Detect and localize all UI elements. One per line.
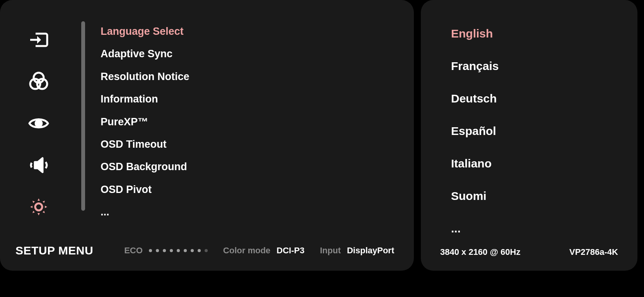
eco-dots	[149, 249, 208, 252]
menu-item-purexp[interactable]: PureXP™	[101, 116, 414, 128]
lang-italiano[interactable]: Italiano	[451, 157, 637, 170]
eco-dot	[205, 249, 208, 252]
input-value: DisplayPort	[347, 246, 394, 256]
lang-english[interactable]: English	[451, 27, 637, 40]
settings-icon[interactable]	[28, 196, 50, 218]
menu-item-resolution-notice[interactable]: Resolution Notice	[101, 70, 414, 83]
lang-deutsch[interactable]: Deutsch	[451, 92, 637, 105]
lang-more[interactable]: ...	[451, 222, 637, 235]
eco-dot	[163, 249, 166, 252]
lang-suomi[interactable]: Suomi	[451, 189, 637, 203]
menu-item-osd-background[interactable]: OSD Background	[101, 160, 414, 173]
main-footer: SETUP MENU ECO Color mode DCI-P3 Input D…	[0, 244, 414, 271]
lang-francais[interactable]: Français	[451, 60, 637, 73]
nav-icons	[0, 21, 77, 244]
eco-status: ECO	[124, 246, 208, 256]
eco-dot	[177, 249, 180, 252]
svg-point-4	[35, 203, 42, 210]
language-panel: English Français Deutsch Español Italian…	[421, 0, 637, 271]
menu-item-language-select[interactable]: Language Select	[101, 25, 414, 38]
svg-point-3	[36, 120, 42, 126]
color-mode-label: Color mode	[223, 246, 270, 256]
menu-item-osd-timeout[interactable]: OSD Timeout	[101, 138, 414, 150]
eco-dot	[191, 249, 194, 252]
eco-dot	[184, 249, 187, 252]
page-title: SETUP MENU	[15, 244, 93, 257]
view-mode-icon[interactable]	[28, 113, 50, 134]
resolution-status: 3840 x 2160 @ 60Hz	[440, 247, 520, 257]
input-status: Input DisplayPort	[320, 246, 394, 256]
setup-menu-list: Language Select Adaptive Sync Resolution…	[101, 21, 414, 244]
menu-scrollbar[interactable]	[81, 21, 85, 211]
audio-icon[interactable]	[28, 154, 50, 176]
color-mode-status: Color mode DCI-P3	[223, 246, 304, 256]
main-osd-panel: Language Select Adaptive Sync Resolution…	[0, 0, 414, 271]
menu-item-osd-pivot[interactable]: OSD Pivot	[101, 183, 414, 196]
scrollbar-thumb[interactable]	[81, 21, 85, 211]
eco-dot	[149, 249, 152, 252]
menu-item-more[interactable]: ...	[101, 206, 414, 218]
model-name: VP2786a-4K	[569, 247, 618, 257]
color-adjust-icon[interactable]	[28, 71, 50, 92]
eco-dot	[156, 249, 159, 252]
eco-dot	[170, 249, 173, 252]
side-footer: 3840 x 2160 @ 60Hz VP2786a-4K	[421, 247, 637, 271]
language-list: English Français Deutsch Español Italian…	[421, 0, 637, 247]
input-label: Input	[320, 246, 341, 256]
menu-item-adaptive-sync[interactable]: Adaptive Sync	[101, 48, 414, 60]
color-mode-value: DCI-P3	[277, 246, 304, 256]
main-body: Language Select Adaptive Sync Resolution…	[0, 0, 414, 244]
input-icon[interactable]	[28, 29, 50, 51]
menu-item-information[interactable]: Information	[101, 93, 414, 105]
lang-espanol[interactable]: Español	[451, 125, 637, 138]
eco-dot	[198, 249, 201, 252]
eco-label: ECO	[124, 246, 143, 256]
